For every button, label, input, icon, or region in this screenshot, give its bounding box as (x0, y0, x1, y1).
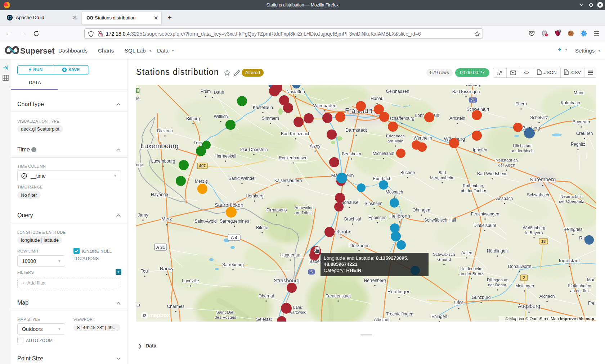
svg-text:Gelnhausen: Gelnhausen (386, 89, 409, 94)
svg-text:Augsburg: Augsburg (518, 303, 540, 309)
svg-text:Meitingen: Meitingen (515, 283, 534, 288)
svg-text:der Oberpfalz: der Oberpfalz (559, 199, 584, 204)
svg-text:Erlenbach: Erlenbach (386, 134, 405, 138)
svg-text:Annweiler: Annweiler (295, 205, 313, 210)
svg-text:Wiesbaden: Wiesbaden (313, 103, 336, 108)
svg-text:Charmes: Charmes (167, 304, 185, 309)
svg-text:Aschaffenburg: Aschaffenburg (386, 116, 414, 121)
svg-text:Neustadt an: Neustadt an (496, 158, 518, 162)
svg-text:Coburg: Coburg (466, 85, 480, 87)
svg-text:der Aisch: der Aisch (498, 163, 515, 167)
svg-text:Daun: Daun (214, 90, 224, 95)
svg-text:Scheßlitz: Scheßlitz (530, 115, 548, 120)
svg-text:an der Brenz: an der Brenz (460, 272, 483, 276)
svg-text:Sélestat: Sélestat (256, 317, 272, 322)
svg-text:2: 2 (559, 29, 560, 33)
svg-text:Eppingen: Eppingen (368, 215, 387, 220)
svg-text:Heidenheim: Heidenheim (460, 267, 482, 271)
svg-text:Freis: Freis (588, 301, 596, 306)
svg-text:ne: ne (136, 96, 140, 101)
svg-text:Idar-Oberstein: Idar-Oberstein (240, 147, 268, 152)
svg-text:Prüm: Prüm (201, 89, 211, 94)
svg-text:Nuremberg: Nuremberg (530, 177, 556, 182)
svg-text:Sankt Wendel: Sankt Wendel (229, 176, 256, 181)
svg-text:Dillingen an: Dillingen an (487, 278, 508, 282)
svg-text:Nördlingen: Nördlingen (487, 249, 508, 254)
svg-text:Ebern: Ebern (515, 101, 527, 106)
svg-text:warzwald: warzwald (289, 310, 306, 314)
svg-text:Hermeskeil: Hermeskeil (215, 154, 236, 159)
svg-text:an der Aisch: an der Aisch (511, 149, 533, 153)
svg-text:Trier: Trier (193, 140, 203, 145)
svg-text:Kaiserslautern: Kaiserslautern (274, 178, 302, 183)
svg-text:Darmstadt: Darmstadt (345, 127, 367, 133)
svg-text:Reutlingen: Reutlingen (387, 289, 411, 294)
svg-text:Schwäbisch Hall: Schwäbisch Hall (424, 218, 456, 223)
svg-text:Wittlich: Wittlich (214, 114, 228, 119)
svg-text:Haguenau: Haguenau (280, 252, 300, 258)
svg-text:Mosbach: Mosbach (386, 190, 403, 195)
svg-text:Alzey: Alzey (310, 144, 320, 149)
svg-text:Creußen: Creußen (576, 131, 593, 136)
svg-text:5: 5 (137, 89, 139, 93)
svg-text:Pegnitz: Pegnitz (571, 142, 585, 147)
svg-text:Höchstadt: Höchstadt (513, 144, 532, 148)
svg-text:5: 5 (310, 270, 313, 274)
svg-text:Toul: Toul (141, 269, 149, 274)
svg-text:Bad: Bad (439, 170, 446, 175)
svg-text:2: 2 (523, 276, 525, 280)
svg-text:Bruchsal: Bruchsal (344, 217, 361, 222)
svg-text:Simmern: Simmern (262, 116, 279, 121)
svg-text:mapbox: mapbox (149, 312, 170, 318)
svg-text:am Trifels: am Trifels (295, 210, 313, 215)
svg-text:Münc: Münc (574, 90, 584, 95)
svg-text:Saint-Avold: Saint-Avold (194, 219, 216, 224)
svg-text:Aichach: Aichach (539, 294, 555, 299)
svg-text:Schwäbisch: Schwäbisch (433, 252, 455, 256)
svg-text:Homburg: Homburg (246, 194, 263, 199)
svg-text:Günzburg: Günzburg (472, 295, 491, 300)
svg-text:Pirmasens: Pirmasens (266, 208, 287, 213)
svg-text:Ulm: Ulm (454, 300, 463, 305)
svg-text:au: au (136, 302, 140, 308)
svg-text:Lunéville: Lunéville (182, 278, 199, 283)
svg-text:Pfaffenhofen: Pfaffenhofen (568, 283, 591, 288)
svg-text:Buchen: Buchen (400, 170, 415, 175)
svg-text:ob der Tauber: ob der Tauber (461, 188, 487, 193)
svg-text:Nastätten: Nastätten (286, 89, 305, 94)
svg-text:© Mapbox © OpenStreetMap Impro: © Mapbox © OpenStreetMap Improve this ma… (505, 317, 594, 321)
svg-text:A 4: A 4 (231, 235, 238, 240)
svg-text:Jarny: Jarny (138, 213, 148, 218)
svg-text:Bayreuth: Bayreuth (573, 119, 590, 124)
svg-text:Saarbrücken: Saarbrücken (215, 202, 243, 208)
svg-text:Strasbourg: Strasbourg (274, 278, 300, 283)
svg-text:407: 407 (199, 164, 206, 168)
svg-text:48.8859674221: 48.8859674221 (324, 261, 358, 267)
svg-text:Bad Windsheim: Bad Windsheim (477, 171, 507, 176)
svg-text:Sinsheim: Sinsheim (364, 201, 382, 206)
svg-text:Arnstein: Arnstein (449, 116, 465, 121)
svg-text:Bad Kissingen: Bad Kissingen (452, 89, 480, 94)
svg-text:x: x (565, 72, 566, 74)
svg-text:Bensheim: Bensheim (342, 151, 361, 156)
svg-text:Rockenhausen: Rockenhausen (279, 155, 308, 160)
svg-text:Gmünd: Gmünd (437, 257, 451, 261)
svg-text:Heilbronn: Heilbronn (389, 213, 410, 219)
svg-text:Michelstadt: Michelstadt (373, 151, 395, 156)
svg-text:Luxembourg: Luxembourg (151, 159, 175, 164)
svg-text:71: 71 (471, 98, 475, 102)
svg-text:Bitche: Bitche (256, 225, 268, 230)
svg-text:der Donau: der Donau (488, 283, 507, 287)
svg-text:Dinkelsbühl: Dinkelsbühl (474, 223, 496, 228)
svg-text:Kastellaun: Kastellaun (253, 105, 273, 110)
svg-text:am Main: am Main (387, 139, 403, 143)
svg-text:in Bayern: in Bayern (525, 231, 543, 235)
svg-text:Neumarkt in: Neumarkt in (560, 194, 583, 199)
svg-text:an der Ilm: an der Ilm (570, 288, 588, 293)
svg-text:Wertheim: Wertheim (413, 136, 432, 141)
svg-text:Trochtelfingen: Trochtelfingen (386, 311, 413, 317)
svg-text:Schwabach: Schwabach (527, 192, 549, 197)
svg-text:13: 13 (541, 239, 546, 244)
svg-text:Bad Kreuznach: Bad Kreuznach (281, 131, 310, 136)
svg-text:Weißenburg: Weißenburg (523, 226, 545, 230)
